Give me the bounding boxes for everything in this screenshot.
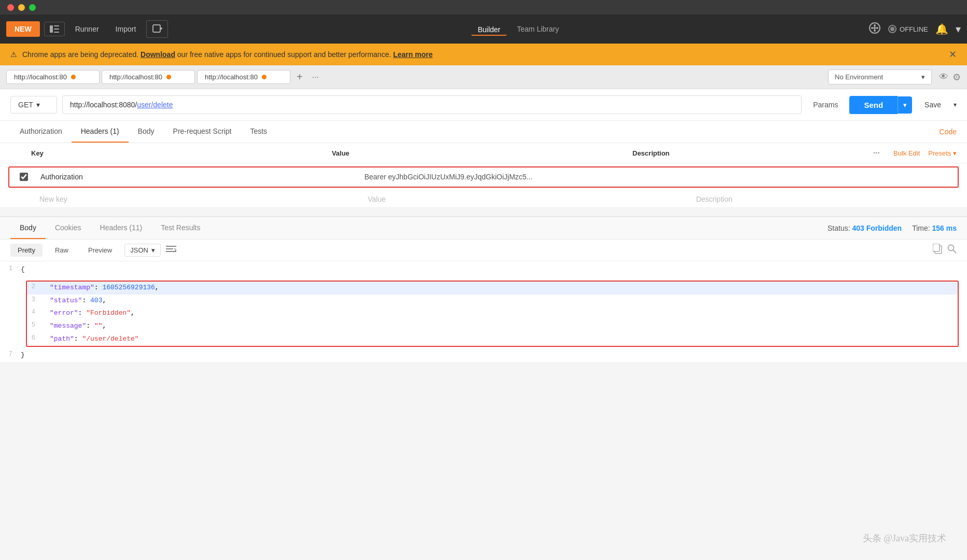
fmt-preview[interactable]: Preview [81, 244, 119, 257]
fmt-pretty[interactable]: Pretty [10, 244, 43, 257]
tab-dot-3 [262, 75, 267, 79]
import-button[interactable]: Import [109, 22, 143, 36]
line-content-1: { [21, 264, 967, 275]
new-value-placeholder[interactable]: Value [368, 195, 696, 203]
status-code: 403 Forbidden [852, 224, 902, 232]
satellite-icon[interactable] [868, 22, 881, 37]
svg-point-11 [874, 24, 876, 26]
send-dropdown-button[interactable]: ▾ [898, 96, 912, 114]
header-actions: ··· Bulk Edit Presets ▾ [873, 148, 957, 158]
url-tab-1[interactable]: http://localhost:80 [6, 70, 100, 84]
wrap-button[interactable] [166, 245, 176, 256]
resp-tab-cookies[interactable]: Cookies [46, 217, 91, 239]
ellipsis-icon[interactable]: ··· [873, 148, 880, 158]
svg-point-12 [874, 30, 876, 32]
line-content-6: "path": "/user/delete" [50, 334, 954, 345]
new-button[interactable]: NEW [6, 21, 40, 37]
header-columns: Key Value Description ··· Bulk Edit Pres… [0, 143, 967, 163]
offline-badge: OFFLINE [888, 25, 928, 33]
eye-icon-button[interactable]: 👁 [939, 72, 948, 82]
sidebar-toggle-button[interactable] [44, 22, 65, 36]
headers-section: Key Value Description ··· Bulk Edit Pres… [0, 143, 967, 208]
tab-authorization[interactable]: Authorization [10, 121, 72, 143]
tab-tests[interactable]: Tests [241, 121, 276, 143]
json-body: 1 { 2 "timestamp": 1605256929136, 3 "sta… [0, 261, 967, 362]
tab-overflow-button[interactable]: ··· [309, 72, 322, 83]
json-format-selector[interactable]: JSON ▾ [124, 244, 161, 257]
traffic-light-red[interactable] [7, 4, 14, 11]
new-tab-button[interactable] [146, 20, 168, 38]
warning-icon: ⚠ [10, 50, 17, 59]
runner-button[interactable]: Runner [69, 22, 105, 36]
environment-selector: No Environment ▾ 👁 ⚙ [828, 69, 961, 85]
url-input[interactable]: http://localhost:8080/user/delete [62, 95, 802, 114]
learn-more-link[interactable]: Learn more [393, 50, 432, 59]
tab-dot-2 [166, 75, 171, 79]
auth-header-row-bordered: Authorization Bearer eyJhbGciOiJIUzUxMiJ… [8, 166, 959, 188]
response-tabs: Body Cookies Headers (11) Test Results S… [0, 216, 967, 240]
time-value: 156 ms [932, 224, 957, 232]
banner-close-button[interactable]: ✕ [949, 49, 957, 60]
env-dropdown[interactable]: No Environment ▾ [828, 69, 932, 85]
code-link[interactable]: Code [940, 121, 957, 142]
url-tab-2[interactable]: http://localhost:80 [102, 70, 195, 84]
team-library-tab[interactable]: Team Library [511, 22, 565, 36]
key-col-header: Key [31, 149, 332, 157]
line-num-4: 4 [31, 308, 44, 316]
method-selector[interactable]: GET ▾ [10, 96, 57, 114]
traffic-light-yellow[interactable] [18, 4, 25, 11]
svg-rect-15 [166, 248, 173, 249]
bulk-edit-button[interactable]: Bulk Edit [893, 149, 920, 157]
tab-headers[interactable]: Headers (1) [72, 121, 129, 143]
auth-header-checkbox[interactable] [20, 173, 28, 181]
resp-tab-test-results[interactable]: Test Results [151, 217, 209, 239]
auth-key: Authorization [40, 173, 365, 181]
tab-body[interactable]: Body [129, 121, 164, 143]
traffic-light-green[interactable] [29, 4, 36, 11]
tab-pre-request[interactable]: Pre-request Script [164, 121, 241, 143]
request-tabs: Authorization Headers (1) Body Pre-reque… [0, 121, 967, 143]
fmt-raw[interactable]: Raw [48, 244, 76, 257]
resp-tab-headers[interactable]: Headers (11) [91, 217, 152, 239]
svg-rect-14 [166, 246, 176, 247]
line-num-6: 6 [31, 334, 44, 342]
url-tab-3[interactable]: http://localhost:80 [197, 70, 290, 84]
notification-icon[interactable]: 🔔 [935, 23, 948, 35]
desc-col-header: Description [633, 149, 873, 157]
line-num-5: 5 [31, 321, 44, 329]
watermark: 头条 @Java实用技术 [863, 532, 946, 544]
auth-header-row: Authorization Bearer eyJhbGciOiJIUzUxMiJ… [9, 167, 958, 187]
settings-icon-button[interactable]: ⚙ [952, 72, 961, 83]
auth-value: Bearer eyJhbGciOiJIUzUxMiJ9.eyJqdGkiOiJj… [365, 173, 689, 181]
send-button[interactable]: Send [849, 96, 898, 114]
add-tab-button[interactable]: + [292, 70, 307, 84]
copy-icon-button[interactable] [933, 244, 942, 257]
save-button[interactable]: Save [917, 96, 948, 114]
expand-icon[interactable]: ▾ [956, 23, 961, 35]
svg-line-20 [953, 250, 956, 253]
new-key-placeholder[interactable]: New key [39, 195, 368, 203]
svg-rect-2 [54, 29, 59, 30]
json-body-bordered: 2 "timestamp": 1605256929136, 3 "status"… [26, 281, 959, 347]
status-info: Status: 403 Forbidden Time: 156 ms [828, 224, 957, 232]
presets-button[interactable]: Presets ▾ [928, 149, 957, 157]
save-dropdown-button[interactable]: ▾ [954, 101, 957, 108]
url-tab-2-text: http://localhost:80 [109, 73, 162, 81]
svg-point-9 [876, 27, 878, 29]
params-button[interactable]: Params [807, 96, 844, 113]
line-content-3: "status": 403, [50, 296, 954, 306]
status-label: Status: 403 Forbidden [828, 224, 902, 232]
svg-rect-1 [54, 25, 59, 26]
download-link[interactable]: Download [141, 50, 175, 59]
main-toolbar: NEW Runner Import Builder Team Library [0, 15, 967, 44]
svg-point-19 [948, 245, 954, 251]
line-num-2: 2 [31, 283, 44, 290]
warning-banner: ⚠ Chrome apps are being deprecated. Down… [0, 44, 967, 65]
json-chevron-icon: ▾ [151, 246, 155, 254]
new-desc-placeholder[interactable]: Description [696, 195, 959, 203]
send-btn-group: Send ▾ [849, 96, 912, 114]
search-icon-button[interactable] [947, 244, 957, 256]
builder-tab[interactable]: Builder [471, 22, 507, 36]
request-line: GET ▾ http://localhost:8080/user/delete … [0, 89, 967, 121]
resp-tab-body[interactable]: Body [10, 217, 46, 239]
